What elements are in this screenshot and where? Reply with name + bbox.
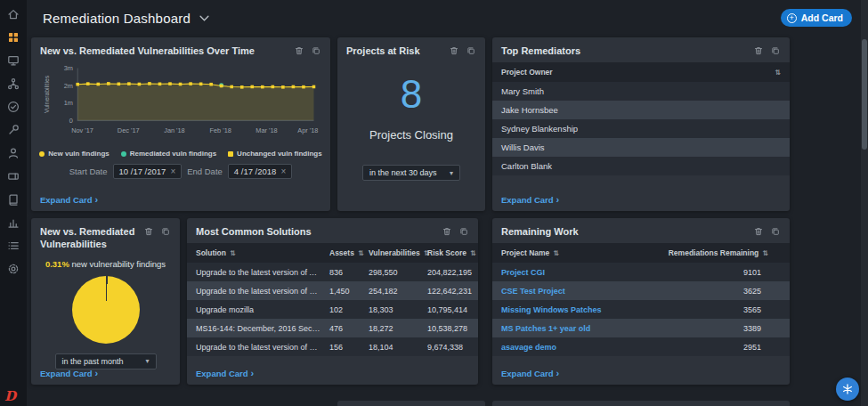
scrollbar-track[interactable] [861,0,868,406]
column-header-risk-score[interactable]: Risk Score ⇅ [427,248,476,257]
svg-text:Mar '18: Mar '18 [256,126,277,134]
chevron-right-icon: › [556,369,560,378]
duplicate-card-icon[interactable] [311,45,321,56]
book-icon[interactable] [6,192,20,207]
projects-at-risk-caption: Projects Closing [337,128,485,142]
start-date-value: 10 /17 /2017 [119,166,166,176]
sort-icon[interactable]: ⇅ [762,249,768,257]
remediators-table-body: Mary SmithJake HornsbeeSydney Blankenshi… [492,82,790,175]
duplicate-card-icon[interactable] [466,45,476,56]
column-header-project-owner[interactable]: Project Owner ⇅ [501,68,781,77]
home-icon[interactable] [6,7,20,21]
sort-icon[interactable]: ⇅ [358,249,364,257]
clear-end-date-icon[interactable]: × [280,167,286,176]
column-header-vulnerabilities[interactable]: Vulnerabilities ⇅ [369,248,427,257]
column-header-solution[interactable]: Solution ⇅ [196,248,329,257]
duplicate-card-icon[interactable] [458,226,469,237]
duplicate-card-icon[interactable] [770,45,781,56]
start-date-label: Start Date [69,166,108,176]
gear-icon[interactable] [6,262,20,276]
caret-down-icon: ▾ [145,357,149,365]
wrench-icon[interactable] [6,123,20,137]
expand-card-link[interactable]: Expand Card › [196,369,254,378]
add-card-button[interactable]: + Add Card [781,9,852,27]
start-date-input[interactable]: 10 /17 /2017 × [113,164,183,179]
column-header-remediations-remaining[interactable]: Remediations Remaining ⇅ [647,248,781,257]
expand-card-link[interactable]: Expand Card › [40,195,98,205]
page-title: Remediation Dashboard [43,11,191,26]
solution-value: 1,450 [329,287,369,296]
delete-card-icon[interactable] [294,45,304,56]
expand-card-link[interactable]: Expand Card › [501,195,559,205]
remediator-row[interactable]: Sydney Blankenship [492,119,790,138]
column-header-assets[interactable]: Assets ⇅ [329,248,369,257]
solutions-table-body: Upgrade to the latest version of Adobe F… [187,263,478,356]
column-header-project-name[interactable]: Project Name ⇅ [501,248,647,257]
list-icon[interactable] [6,239,20,253]
project-link[interactable]: CSE Test Project [501,287,647,296]
svg-text:Dec '17: Dec '17 [118,126,140,134]
solution-value: 18,303 [369,305,427,314]
remediator-row[interactable]: Carlton Blank [492,157,790,175]
end-date-input[interactable]: 4 /17 /2018 × [228,164,292,179]
delete-card-icon[interactable] [449,45,459,56]
sort-icon[interactable]: ⇅ [553,249,559,257]
check-circle-icon[interactable] [6,100,20,114]
sort-icon[interactable]: ⇅ [775,69,781,77]
solution-name: Upgrade to the latest version of Adobe F… [196,268,329,277]
legend-item[interactable]: New vuln findings [39,150,109,158]
scrollbar-thumb[interactable] [862,39,867,150]
delete-card-icon[interactable] [442,226,452,237]
remediator-row[interactable]: Mary Smith [492,82,790,101]
hierarchy-icon[interactable] [6,77,20,91]
solution-value: 476 [329,324,369,333]
end-date-label: End Date [187,166,223,176]
solution-value: 18,104 [369,343,427,352]
monitor-icon[interactable] [6,53,20,68]
legend-label: New vuln findings [48,150,109,158]
svg-text:Apr '18: Apr '18 [297,126,318,134]
asterisk-icon [840,382,855,396]
project-link[interactable]: asavage demo [501,343,647,352]
legend-item[interactable]: Remediated vuln findings [121,150,216,158]
user-icon[interactable] [6,146,20,160]
expand-card-label: Expand Card [501,369,554,378]
svg-text:3m: 3m [64,64,73,72]
timeframe-select[interactable]: in the next 30 days ▾ [362,165,460,181]
remediator-row[interactable]: Willis Davis [492,138,790,157]
project-link[interactable]: MS Patches 1+ year old [501,324,647,333]
add-card-label: Add Card [801,12,843,23]
delete-card-icon[interactable] [753,45,764,56]
duplicate-card-icon[interactable] [160,226,171,237]
legend-item[interactable]: Unchanged vuln findings [228,150,322,158]
card-vuln-over-time: New vs. Remediated Vulnerabilities Over … [31,37,330,211]
solution-name: MS16-144: December, 2016 Security Only .… [196,324,329,333]
timeframe-select[interactable]: in the past month ▾ [55,353,157,369]
bar-chart-icon[interactable] [6,215,20,230]
solution-value: 156 [329,343,369,352]
svg-text:2m: 2m [64,82,73,90]
dashboard-icon[interactable] [6,30,20,45]
clear-start-date-icon[interactable]: × [170,167,175,176]
duplicate-card-icon[interactable] [770,226,781,237]
svg-text:Jan '18: Jan '18 [164,126,185,134]
delete-card-icon[interactable] [143,226,154,237]
expand-card-link[interactable]: Expand Card › [501,369,559,378]
delete-card-icon[interactable] [753,226,764,237]
legend-label: Remediated vuln findings [130,150,216,158]
help-widget-button[interactable] [836,378,859,401]
expand-card-link[interactable]: Expand Card › [40,369,98,378]
project-link[interactable]: Missing Windows Patches [501,305,647,314]
sort-icon[interactable]: ⇅ [230,249,236,257]
column-label: Remediations Remaining [669,248,759,257]
chevron-right-icon: › [251,369,255,378]
vuln-line-chart: 01m2m3mVulnerabilitiesNov '17Dec '17Jan … [40,61,321,150]
ticket-icon[interactable] [6,169,20,183]
sort-icon[interactable]: ⇅ [470,249,476,257]
remediator-row[interactable]: Jake Hornsbee [492,101,790,119]
column-label: Assets [329,248,354,257]
project-link[interactable]: Project CGI [501,268,647,277]
dashboard-switcher-chevron-icon[interactable] [199,15,209,21]
solution-row: Upgrade mozilla10218,30310,795,414 [187,300,478,319]
expand-card-label: Expand Card [501,195,554,205]
